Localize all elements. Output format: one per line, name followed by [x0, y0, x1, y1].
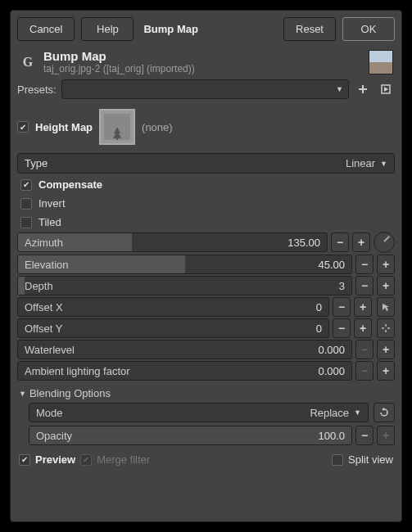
waterlevel-field[interactable]: Waterlevel 0.000 — [17, 340, 352, 359]
merge-filter-checkbox[interactable]: ✔ — [80, 454, 92, 466]
ok-button[interactable]: OK — [342, 17, 395, 41]
invert-label: Invert — [38, 197, 66, 210]
depth-minus[interactable]: − — [355, 276, 374, 295]
waterlevel-value: 0.000 — [318, 344, 351, 356]
elevation-field[interactable]: Elevation 45.00 — [17, 255, 352, 274]
depth-field[interactable]: Depth 3 — [17, 276, 352, 295]
waterlevel-minus[interactable]: − — [355, 340, 374, 359]
offsety-plus[interactable]: + — [354, 318, 372, 338]
add-preset-button[interactable] — [354, 80, 372, 98]
offsetx-field[interactable]: Offset X 0 — [17, 297, 329, 317]
opacity-row: Opacity 100.0 − + — [29, 426, 395, 445]
image-thumbnail — [369, 50, 393, 74]
azimuth-plus[interactable]: + — [352, 232, 370, 252]
tiled-row: Tiled — [17, 213, 395, 232]
depth-value: 3 — [339, 280, 351, 292]
invert-checkbox[interactable] — [20, 198, 32, 210]
elevation-plus[interactable]: + — [377, 255, 395, 274]
cancel-button[interactable]: Cancel — [17, 17, 75, 41]
offsety-value: 0 — [316, 322, 328, 335]
offsetx-minus[interactable]: − — [333, 297, 351, 317]
reset-button[interactable]: Reset — [283, 17, 336, 41]
footer: Preview ✔ Merge filter Split view — [17, 452, 395, 467]
compensate-row: Compensate — [17, 175, 395, 194]
waterlevel-row: Waterlevel 0.000 − + — [17, 340, 395, 359]
depth-plus[interactable]: + — [377, 276, 395, 295]
offsetx-label: Offset X — [18, 301, 63, 313]
height-map-checkbox[interactable] — [17, 121, 29, 133]
pick-coord-button[interactable] — [377, 297, 395, 317]
filter-title: Bump Map — [43, 49, 362, 63]
type-label: Type — [25, 157, 48, 169]
depth-label: Depth — [18, 280, 53, 292]
azimuth-value: 135.00 — [287, 237, 327, 249]
height-map-value: (none) — [142, 121, 173, 133]
offsety-label: Offset Y — [18, 322, 63, 335]
tiled-label: Tiled — [38, 216, 61, 228]
ambient-value: 0.000 — [318, 365, 351, 377]
compensate-checkbox[interactable] — [20, 179, 32, 191]
height-map-picker[interactable] — [99, 109, 135, 145]
ambient-field[interactable]: Ambient lighting factor 0.000 — [17, 361, 352, 381]
elevation-value: 45.00 — [318, 259, 351, 271]
dialog-toolbar: Cancel Help Bump Map Reset OK — [17, 17, 395, 41]
offsetx-plus[interactable]: + — [354, 297, 372, 317]
opacity-label: Opacity — [29, 430, 72, 442]
tree-icon — [111, 125, 124, 140]
offset-side-tools — [377, 297, 395, 338]
elevation-minus[interactable]: − — [355, 255, 374, 274]
chevron-down-icon: ▼ — [354, 408, 361, 417]
offset-group: Offset X 0 − + Offset Y 0 − + — [17, 297, 395, 338]
preview-checkbox[interactable] — [19, 454, 30, 466]
offsetx-value: 0 — [316, 301, 328, 313]
waterlevel-plus[interactable]: + — [377, 340, 395, 359]
ambient-label: Ambient lighting factor — [18, 365, 130, 377]
opacity-value: 100.0 — [318, 430, 351, 442]
azimuth-field[interactable]: Azimuth 135.00 — [17, 232, 328, 252]
height-map-label: Height Map — [35, 121, 93, 133]
preview-label: Preview — [35, 453, 75, 466]
azimuth-row: Azimuth 135.00 − + — [17, 232, 395, 253]
rotate-icon — [378, 407, 390, 418]
header: G Bump Map taj_orig.jpg-2 ([taj_orig] (i… — [17, 49, 395, 74]
center-offset-button[interactable] — [377, 318, 395, 338]
type-value: Linear — [346, 157, 375, 169]
offsety-minus[interactable]: − — [333, 318, 351, 338]
type-dropdown[interactable]: Type Linear ▼ — [17, 153, 395, 174]
split-view-checkbox[interactable] — [332, 454, 343, 466]
mode-value: Replace — [310, 407, 349, 419]
manage-presets-button[interactable] — [377, 80, 395, 98]
crosshair-icon — [381, 323, 391, 333]
opacity-plus[interactable]: + — [377, 426, 395, 445]
azimuth-minus[interactable]: − — [331, 232, 349, 252]
opacity-field[interactable]: Opacity 100.0 — [29, 426, 352, 445]
mode-reset-button[interactable] — [374, 403, 395, 422]
merge-filter-label: Merge filter — [97, 453, 150, 466]
dialog-title: Bump Map — [140, 23, 201, 35]
mode-dropdown[interactable]: Mode Replace ▼ — [29, 403, 369, 422]
elevation-row: Elevation 45.00 − + — [17, 255, 395, 274]
chevron-down-icon: ▼ — [336, 85, 343, 93]
presets-dropdown[interactable]: ▼ — [61, 79, 349, 99]
blending-options-toggle[interactable]: ▼ Blending Options — [17, 384, 395, 403]
chevron-down-icon: ▼ — [380, 160, 387, 168]
depth-row: Depth 3 − + — [17, 276, 395, 295]
ambient-minus[interactable]: − — [355, 361, 374, 381]
elevation-label: Elevation — [18, 259, 68, 271]
waterlevel-label: Waterlevel — [18, 344, 75, 356]
presets-label: Presets: — [17, 83, 57, 96]
help-button[interactable]: Help — [81, 17, 134, 41]
mode-label: Mode — [36, 407, 63, 419]
ambient-row: Ambient lighting factor 0.000 − + — [17, 361, 395, 381]
opacity-minus[interactable]: − — [355, 426, 374, 445]
triangle-down-icon: ▼ — [19, 390, 26, 398]
split-view-label: Split view — [348, 453, 393, 466]
offsety-field[interactable]: Offset Y 0 — [17, 318, 329, 338]
presets-row: Presets: ▼ — [17, 79, 395, 99]
ambient-plus[interactable]: + — [377, 361, 395, 381]
invert-row: Invert — [17, 194, 395, 213]
blending-options-label: Blending Options — [29, 387, 111, 399]
tiled-checkbox[interactable] — [20, 217, 32, 228]
azimuth-label: Azimuth — [18, 237, 63, 249]
azimuth-dial[interactable] — [374, 232, 395, 253]
